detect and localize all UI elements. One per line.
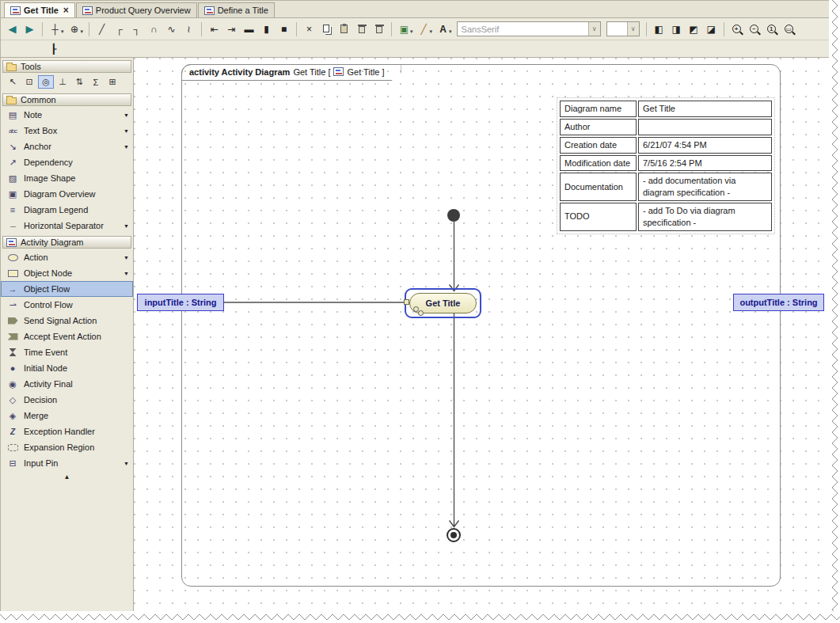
tab-product-query-overview[interactable]: Product Query Overview — [76, 2, 197, 17]
palette-item-anchor[interactable]: ↘ Anchor ▼ — [1, 139, 133, 154]
tab-get-title[interactable]: Get Title × — [4, 2, 75, 17]
chevron-down-icon[interactable]: ▼ — [124, 112, 129, 118]
palette-item-expansion-region[interactable]: Expansion Region — [1, 439, 133, 455]
text-box-icon: abc — [6, 127, 19, 135]
send-backward-icon[interactable]: ◪ — [703, 21, 720, 37]
palette-item-object-node[interactable]: Object Node ▼ — [1, 265, 133, 281]
palette-item-image-shape[interactable]: ▨ Image Shape — [1, 170, 133, 186]
make-same-width-icon[interactable]: ▬ — [241, 21, 257, 37]
tab-define-a-title[interactable]: Define a Title — [198, 2, 275, 17]
zoom-out-icon[interactable]: − — [746, 21, 762, 37]
zoom-to-fit-icon[interactable]: ▭ — [781, 21, 797, 37]
palette-item-object-flow[interactable]: → Object Flow — [1, 281, 133, 297]
pin-handle[interactable] — [418, 310, 424, 316]
font-family-combo[interactable]: SansSerif ∨ — [457, 21, 601, 36]
make-same-size-icon[interactable]: ■ — [276, 21, 292, 37]
palette-item-action[interactable]: Action ▼ — [1, 249, 133, 265]
palette-item-time-event[interactable]: Time Event — [1, 344, 133, 360]
palette-item-merge[interactable]: ◈ Merge — [1, 408, 133, 424]
cut-icon[interactable]: × — [301, 21, 317, 37]
indent-right-icon[interactable]: ⇥ — [223, 21, 240, 37]
resize-tool[interactable]: Σ — [88, 75, 104, 89]
palette-item-horizontal-separator[interactable]: ---- Horizontal Separator ▼ — [1, 218, 133, 234]
structure-browser-icon[interactable]: ┠ — [45, 41, 62, 57]
copy-icon[interactable] — [318, 21, 335, 37]
layout-layers-icon[interactable]: ◨ — [668, 21, 685, 37]
object-node-icon — [8, 270, 18, 277]
font-size-combo[interactable]: ∨ — [606, 21, 640, 36]
palette-item-diagram-overview[interactable]: ▣ Diagram Overview — [1, 186, 133, 202]
select-tool[interactable]: ↖ — [5, 75, 21, 89]
chevron-down-icon[interactable]: ▼ — [124, 271, 129, 276]
close-icon[interactable]: × — [63, 6, 69, 14]
forward-icon[interactable]: ▶ — [21, 21, 38, 37]
palette-item-control-flow[interactable]: ⇀ Control Flow — [1, 297, 133, 313]
output-pin-label[interactable]: outputTitle : String — [733, 294, 824, 311]
palette-item-label: Accept Event Action — [24, 332, 129, 341]
chevron-down-icon[interactable]: ∨ — [588, 22, 600, 36]
chevron-down-icon[interactable]: ▼ — [124, 128, 129, 134]
palette-scroll-up[interactable]: ▲ — [1, 471, 133, 483]
palette-item-initial-node[interactable]: ● Initial Node — [1, 360, 133, 376]
align-tool[interactable]: ⊥ — [55, 75, 70, 89]
back-icon[interactable]: ◀ — [4, 21, 21, 37]
palette-item-diagram-legend[interactable]: ≡ Diagram Legend — [1, 202, 133, 218]
chevron-down-icon[interactable]: ▾ — [410, 28, 413, 35]
palette-item-text-box[interactable]: abc Text Box ▼ — [1, 123, 133, 139]
grid-tool[interactable]: ⊞ — [105, 75, 120, 89]
control-flow-action-to-final[interactable] — [450, 313, 459, 527]
input-pin-label[interactable]: inputTitle : String — [137, 294, 224, 311]
chevron-down-icon[interactable]: ▾ — [430, 28, 433, 35]
palette-item-label: Action — [24, 253, 119, 262]
line-style-bent-icon[interactable]: ┐ — [128, 21, 145, 37]
bring-forward-icon[interactable]: ◩ — [686, 21, 702, 37]
line-style-diagonal-icon[interactable]: ╱ — [93, 21, 110, 37]
palette-item-note[interactable]: ▤ Note ▼ — [1, 107, 133, 123]
palette-section-activity-diagram[interactable]: Activity Diagram — [2, 236, 131, 249]
palette-section-tools[interactable]: Tools — [2, 60, 131, 73]
palette-item-label: Merge — [24, 411, 129, 420]
chevron-down-icon[interactable]: ▼ — [124, 461, 129, 466]
palette-item-label: Object Node — [24, 268, 119, 278]
palette-item-dependency[interactable]: ↗ Dependency — [1, 154, 133, 170]
layout-grid-icon[interactable]: ◧ — [651, 21, 667, 37]
delete-icon[interactable] — [353, 21, 370, 37]
line-style-bezier-icon[interactable]: ∿ — [163, 21, 180, 37]
chevron-down-icon[interactable]: ∨ — [627, 22, 639, 36]
chevron-down-icon[interactable]: ▾ — [61, 28, 64, 35]
activity-final-node[interactable] — [447, 528, 461, 542]
diagram-canvas[interactable]: activity Activity Diagram Get Title [ Ge… — [134, 58, 829, 611]
sticky-mode-tool[interactable]: ◎ — [38, 75, 54, 89]
line-style-curved-icon[interactable]: ∩ — [146, 21, 162, 37]
line-style-rectilinear-icon[interactable]: ┌ — [111, 21, 127, 37]
tab-label: Define a Title — [218, 6, 268, 15]
palette-item-decision[interactable]: ◇ Decision — [1, 392, 133, 408]
chevron-down-icon[interactable]: ▼ — [124, 255, 129, 260]
line-style-spline-icon[interactable]: ≀ — [181, 21, 197, 37]
zoom-in-icon[interactable]: + — [728, 21, 745, 37]
palette-item-input-pin[interactable]: ⊟ Input Pin ▼ — [1, 455, 133, 471]
delete-from-diagram-icon[interactable] — [371, 21, 387, 37]
initial-node[interactable] — [447, 209, 460, 222]
chevron-down-icon[interactable]: ▾ — [81, 28, 84, 35]
marquee-select-tool[interactable]: ⊡ — [21, 75, 37, 89]
paste-icon[interactable] — [336, 21, 352, 37]
chevron-down-icon[interactable]: ▼ — [124, 223, 129, 229]
control-flow-icon: ⇀ — [6, 300, 19, 310]
palette-item-activity-final[interactable]: ◉ Activity Final — [1, 376, 133, 392]
palette-item-exception-handler[interactable]: Z Exception Handler — [1, 424, 133, 439]
toolbar-separator — [42, 22, 43, 36]
exception-handler-icon: Z — [6, 427, 19, 436]
toolbar-separator — [89, 22, 89, 36]
palette-section-common[interactable]: Common — [2, 93, 131, 106]
input-pin-square[interactable] — [404, 299, 409, 305]
palette-item-send-signal-action[interactable]: Send Signal Action — [1, 313, 133, 329]
zoom-one-to-one-icon[interactable]: 1 — [763, 21, 780, 37]
chevron-down-icon[interactable]: ▾ — [449, 28, 452, 35]
chevron-down-icon[interactable]: ▼ — [124, 144, 129, 150]
make-same-height-icon[interactable]: ▮ — [258, 21, 275, 37]
indent-left-icon[interactable]: ⇤ — [206, 21, 222, 37]
control-flow-initial-to-action[interactable] — [450, 222, 459, 291]
distribute-tool[interactable]: ⇅ — [71, 75, 87, 89]
palette-item-accept-event-action[interactable]: Accept Event Action — [1, 329, 133, 344]
